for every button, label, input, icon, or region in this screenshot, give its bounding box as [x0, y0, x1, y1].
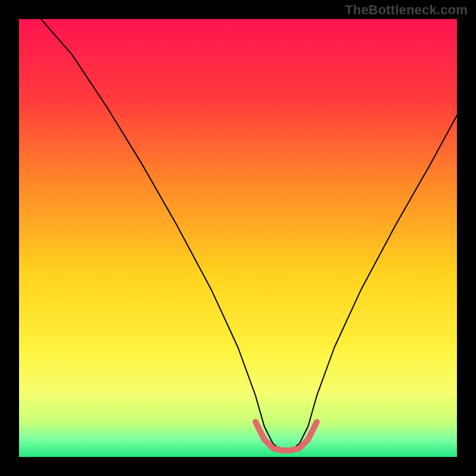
watermark-text: TheBottleneck.com — [345, 2, 468, 18]
chart-plot-area — [19, 19, 457, 457]
chart-frame: TheBottleneck.com — [0, 0, 476, 476]
chart-svg — [19, 19, 457, 457]
chart-background — [19, 19, 457, 457]
